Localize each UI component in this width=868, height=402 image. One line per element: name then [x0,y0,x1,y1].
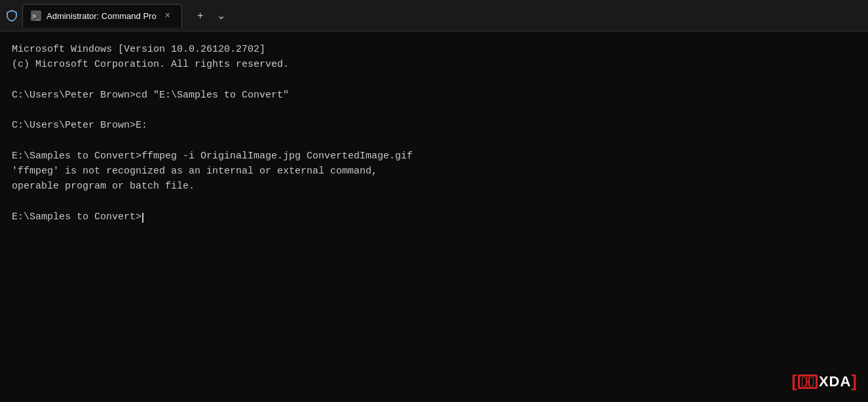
terminal-line: Microsoft Windows [Version 10.0.26120.27… [12,42,856,57]
xda-text: XDA [819,373,851,390]
shield-icon [5,9,18,22]
svg-rect-3 [809,377,814,386]
title-bar-left: >_ Administrator: Command Pro × + ⌄ [5,4,231,27]
terminal-line-empty [12,103,856,118]
dropdown-button[interactable]: ⌄ [212,7,231,25]
terminal-body[interactable]: Microsoft Windows [Version 10.0.26120.27… [0,31,868,402]
terminal-line: E:\Samples to Convert>ffmpeg -i Original… [12,149,856,164]
terminal-line-empty [12,194,856,210]
svg-text:>_: >_ [32,12,41,20]
svg-rect-2 [802,377,806,386]
title-bar: >_ Administrator: Command Pro × + ⌄ [0,0,868,31]
xda-bracket-right: ] [851,371,858,392]
terminal-output: Microsoft Windows [Version 10.0.26120.27… [12,42,856,225]
terminal-line-empty [12,134,856,149]
terminal-line: C:\Users\Peter Brown>cd "E:\Samples to C… [12,88,856,103]
close-tab-button[interactable]: × [162,10,174,22]
xda-logo: [ XDA ] [791,371,858,392]
terminal-prompt-line[interactable]: E:\Samples to Convert> [12,210,856,225]
xda-bracket-left: [ [791,371,798,392]
terminal-line: operable program or batch file. [12,179,856,194]
terminal-line: C:\Users\Peter Brown>E: [12,118,856,133]
terminal-line: 'ffmpeg' is not recognized as an interna… [12,164,856,179]
xda-icon-box [798,375,818,389]
tab-actions: + ⌄ [191,7,231,25]
terminal-line-empty [12,73,856,88]
new-tab-button[interactable]: + [191,7,210,25]
terminal-icon: >_ [31,10,41,21]
terminal-line: (c) Microsoft Corporation. All rights re… [12,57,856,72]
cursor [142,213,143,223]
tab-title: Administrator: Command Pro [47,11,157,21]
active-tab[interactable]: >_ Administrator: Command Pro × [22,4,182,27]
